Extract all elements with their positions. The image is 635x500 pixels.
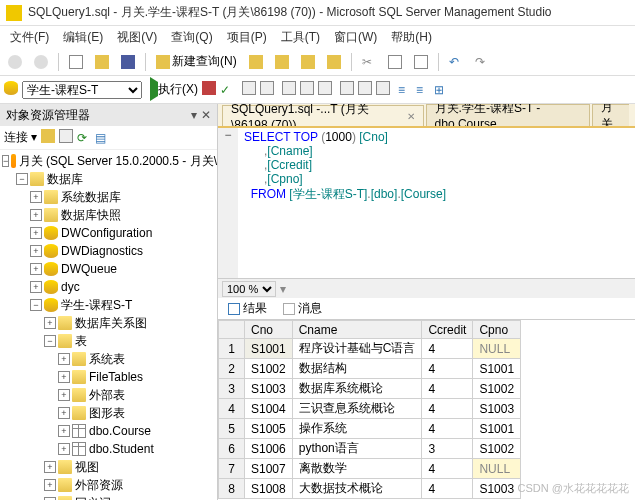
redo-button[interactable]: ↷ [471,53,493,71]
tree-snapshots[interactable]: +数据库快照 [0,206,217,224]
watermark: CSDN @水花花花花花 [518,481,629,496]
menu-edit[interactable]: 编辑(E) [57,27,109,48]
tab-messages[interactable]: 消息 [277,298,328,319]
object-explorer: 对象资源管理器 ▾ ✕ 连接 ▾ ⟳ ▤ −月关 (SQL Server 15.… [0,104,218,500]
tb2-btn-11[interactable]: ⊞ [434,83,448,97]
menu-view[interactable]: 视图(V) [111,27,163,48]
tree-course[interactable]: +dbo.Course [0,422,217,440]
message-icon [283,303,295,315]
tab-close-icon[interactable]: ✕ [407,111,415,122]
tb2-btn-3[interactable] [282,81,296,98]
open-button[interactable] [91,53,113,71]
tb2-btn-4[interactable] [300,81,314,98]
stop-button[interactable] [202,81,216,98]
menu-project[interactable]: 项目(P) [221,27,273,48]
copy-button[interactable] [384,53,406,71]
zoom-select[interactable]: 100 % [222,281,276,297]
tree-tables[interactable]: −表 [0,332,217,350]
tree-synonyms[interactable]: +同义词 [0,494,217,500]
cut-button[interactable]: ✂ [358,53,380,71]
tb2-btn-10[interactable]: ≡ [416,83,430,97]
tree-diagrams[interactable]: +数据库关系图 [0,314,217,332]
tree-databases[interactable]: −数据库 [0,170,217,188]
table-row[interactable]: 4S1004三识查息系统概论4S1003 [219,399,521,419]
tree-extres[interactable]: +外部资源 [0,476,217,494]
tb-btn-2[interactable] [271,53,293,71]
table-row[interactable]: 1S1001程序设计基础与C语言4NULL [219,339,521,359]
menu-tools[interactable]: 工具(T) [275,27,326,48]
paste-button[interactable] [410,53,432,71]
undo-button[interactable]: ↶ [445,53,467,71]
new-query-button[interactable]: 新建查询(N) [152,51,241,72]
forward-button[interactable] [30,53,52,71]
tab-strip: SQLQuery1.sql -...T (月关\86198 (70))✕ 月关.… [218,104,635,128]
menu-query[interactable]: 查询(Q) [165,27,218,48]
fold-gutter[interactable]: − [218,128,238,278]
tree-dyc[interactable]: +dyc [0,278,217,296]
column-header[interactable]: Cname [292,321,422,339]
parse-button[interactable]: ✓ [220,83,234,97]
column-header[interactable]: Ccredit [422,321,473,339]
oe-btn-2[interactable] [59,129,73,146]
tree-server[interactable]: −月关 (SQL Server 15.0.2000.5 - 月关\ [0,152,217,170]
tree-dwconfig[interactable]: +DWConfiguration [0,224,217,242]
main-area: 对象资源管理器 ▾ ✕ 连接 ▾ ⟳ ▤ −月关 (SQL Server 15.… [0,104,635,500]
object-tree[interactable]: −月关 (SQL Server 15.0.2000.5 - 月关\ −数据库 +… [0,150,217,500]
execute-button[interactable]: 执行(X) [150,81,198,98]
tab-active[interactable]: SQLQuery1.sql -...T (月关\86198 (70))✕ [222,105,424,127]
table-row[interactable]: 6S1006python语言3S1002 [219,439,521,459]
tb-btn-4[interactable] [323,53,345,71]
table-row[interactable]: 5S1005操作系统4S1001 [219,419,521,439]
tree-student[interactable]: +dbo.Student [0,440,217,458]
app-icon [6,5,22,21]
database-select[interactable]: 学生-课程S-T [22,81,142,99]
oe-btn-3[interactable]: ⟳ [77,131,91,145]
sql-text[interactable]: SELECT TOP (1000) [Cno] ,[Cname] ,[Ccred… [238,128,452,278]
tb2-btn-2[interactable] [260,81,274,98]
tree-filetables[interactable]: +FileTables [0,368,217,386]
db-icon-button[interactable] [4,81,18,98]
close-icon[interactable]: ✕ [201,108,211,122]
new-file-button[interactable] [65,53,87,71]
connect-button[interactable]: 连接 ▾ [4,129,37,146]
back-button[interactable] [4,53,26,71]
tb2-btn-5[interactable] [318,81,332,98]
results-grid[interactable]: CnoCnameCcreditCpno 1S1001程序设计基础与C语言4NUL… [218,320,635,500]
tb-btn-1[interactable] [245,53,267,71]
save-button[interactable] [117,53,139,71]
table-row[interactable]: 2S1002数据结构4S1001 [219,359,521,379]
tab-overflow[interactable]: 月关 [592,104,629,126]
table-row[interactable]: 7S1007离散数学4NULL [219,459,521,479]
tb2-btn-8[interactable] [376,81,390,98]
tree-dwdiag[interactable]: +DWDiagnostics [0,242,217,260]
menu-file[interactable]: 文件(F) [4,27,55,48]
menu-window[interactable]: 窗口(W) [328,27,383,48]
tree-external[interactable]: +外部表 [0,386,217,404]
tree-sysdb[interactable]: +系统数据库 [0,188,217,206]
column-header[interactable]: Cpno [473,321,521,339]
result-table: CnoCnameCcreditCpno 1S1001程序设计基础与C语言4NUL… [218,320,521,499]
oe-btn-1[interactable] [41,129,55,146]
column-header[interactable] [219,321,245,339]
tree-graph[interactable]: +图形表 [0,404,217,422]
tab-inactive[interactable]: 月关.学生-课程S-T - dbo.Course [426,104,590,126]
tb2-btn-9[interactable]: ≡ [398,83,412,97]
table-row[interactable]: 3S1003数据库系统概论4S1002 [219,379,521,399]
pin-icon[interactable]: ▾ [191,108,197,122]
sql-editor[interactable]: − SELECT TOP (1000) [Cno] ,[Cname] ,[Ccr… [218,128,635,278]
tree-dwqueue[interactable]: +DWQueue [0,260,217,278]
column-header[interactable]: Cno [245,321,293,339]
tab-results[interactable]: 结果 [222,298,273,319]
tree-studentdb[interactable]: −学生-课程S-T [0,296,217,314]
menu-help[interactable]: 帮助(H) [385,27,438,48]
tree-systables[interactable]: +系统表 [0,350,217,368]
tb2-btn-6[interactable] [340,81,354,98]
table-row[interactable]: 8S1008大数据技术概论4S1003 [219,479,521,499]
tb2-btn-7[interactable] [358,81,372,98]
object-explorer-title: 对象资源管理器 [6,107,90,124]
tb2-btn-1[interactable] [242,81,256,98]
oe-btn-4[interactable]: ▤ [95,131,109,145]
tree-views[interactable]: +视图 [0,458,217,476]
tb-btn-3[interactable] [297,53,319,71]
zoom-bar: 100 % ▾ [218,278,635,298]
